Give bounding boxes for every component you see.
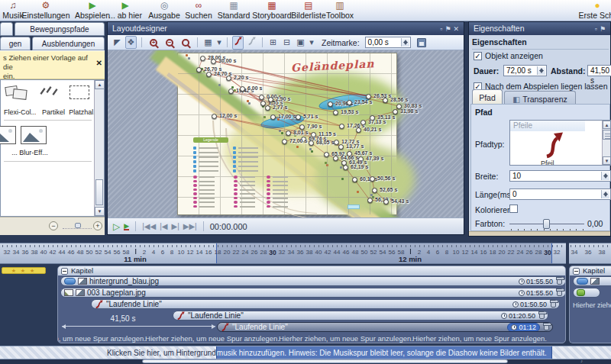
new-track-hint[interactable]: Hierher ziehen, um neue Spur anzulegen. <box>279 334 413 343</box>
abstand-input[interactable]: 41,50 s <box>587 65 611 76</box>
remove-timemark-icon[interactable]: ⊟ <box>281 37 293 48</box>
pfadtyp-selected-item[interactable]: Pfeile <box>510 121 585 131</box>
grid-icon[interactable]: ▦ <box>202 37 214 48</box>
path-waypoint[interactable]: 2,77 s <box>265 105 270 111</box>
scrollbar[interactable]: ▲ ▼ <box>94 80 104 216</box>
spinner[interactable] <box>601 172 609 180</box>
scroll-up-icon[interactable]: ▲ <box>95 80 105 89</box>
zoom-slider-track[interactable] <box>63 228 92 229</box>
path-waypoint[interactable]: 62,19 s <box>343 165 348 170</box>
path-waypoint[interactable]: 5,71 s <box>296 114 301 120</box>
collapse-icon[interactable] <box>61 268 68 275</box>
path-waypoint[interactable]: 20,96 s <box>328 101 333 107</box>
path-waypoint[interactable]: 65,92 s <box>324 152 329 157</box>
path-waypoint[interactable]: 17,00 s <box>270 114 276 120</box>
zoom-in-button[interactable]: + <box>93 221 102 230</box>
path-waypoint[interactable]: 7,90 s <box>299 124 305 130</box>
zoom-fit-icon[interactable] <box>182 39 189 47</box>
chevron-down-icon[interactable]: ▾ <box>216 37 222 48</box>
kapitel-header[interactable]: Kapitel <box>58 266 565 275</box>
path-waypoint[interactable]: 6,00 s <box>240 86 245 92</box>
close-icon[interactable]: ✕ <box>96 59 102 68</box>
path-waypoint[interactable]: 28,00 s <box>200 56 205 61</box>
timeline-clip-003-lageplan-jpg-1[interactable]: 003 Lageplan.jpg01:55.50 <box>60 288 566 298</box>
timeline-clip[interactable] <box>573 288 600 298</box>
zoom-out-icon[interactable]: − <box>166 39 173 47</box>
scroll-down-icon[interactable]: ▼ <box>603 156 611 165</box>
spinner[interactable] <box>601 190 609 198</box>
delete-icon[interactable] <box>539 313 545 319</box>
tab-stub[interactable] <box>0 22 13 36</box>
scroll-up-icon[interactable]: ▲ <box>603 121 611 129</box>
template-partikel[interactable] <box>37 83 66 106</box>
path-waypoint[interactable]: 17,26 s <box>339 124 344 129</box>
breite-input[interactable]: 10 <box>509 170 611 182</box>
horizontal-scrollbar[interactable] <box>0 359 611 364</box>
path-waypoint[interactable]: 40,21 s <box>356 127 361 133</box>
play-from-here-icon[interactable]: ▶ <box>124 223 129 230</box>
layoutdesigner-titlebar[interactable]: Layoutdesigner ▫⚑✕ <box>108 22 464 35</box>
step-last-icon[interactable]: ▶▶| <box>183 222 197 230</box>
timeline-clip[interactable] <box>573 276 611 286</box>
toolbar-button-erste-schritte[interactable]: ●Erste Schr <box>573 1 611 21</box>
path-waypoint[interactable]: 2,90 s <box>268 97 273 102</box>
new-track-hint[interactable]: Hierher ziehen, <box>573 301 611 309</box>
path-waypoint[interactable]: 28,56 s <box>383 98 388 103</box>
path-waypoint[interactable]: 68,05 s <box>309 140 314 146</box>
scroll-down-icon[interactable]: ▼ <box>95 207 105 216</box>
spinner[interactable] <box>401 38 409 47</box>
tab-einblendungen-partial[interactable]: gen <box>0 37 31 50</box>
path-waypoint[interactable]: 24,70 s <box>206 72 212 77</box>
rating-stars[interactable]: ★ ★ ★ <box>2 267 46 274</box>
timeline-clip-hintergrund-blau-jpg-0[interactable]: hintergrund_blau.jpg01:55.50 <box>60 276 566 286</box>
path-waypoint[interactable]: 50,56 s <box>370 176 375 182</box>
path-waypoint[interactable]: 1,55 s <box>260 101 266 106</box>
new-track-hint[interactable]: Hierher ziehen, um neue Spur anzulegen. <box>412 334 547 343</box>
tab-ausblendungen[interactable]: Ausblendungen <box>32 37 105 50</box>
path-waypoint[interactable]: 54,43 s <box>383 199 389 205</box>
path-waypoint[interactable]: 26,70 s <box>196 67 202 72</box>
path-waypoint[interactable]: 2,20 s <box>226 76 231 81</box>
edit-path-icon[interactable] <box>246 37 257 49</box>
pfadtyp-listbox[interactable]: Pfeile Pfeil... ▲ ▼ <box>509 120 611 166</box>
tab-bewegungspfade[interactable]: Bewegungspfade <box>15 22 105 36</box>
pfadtyp-next-item[interactable]: Pfeil... <box>541 159 560 166</box>
path-waypoint[interactable]: 52,65 s <box>372 188 377 193</box>
template-thumbnail[interactable] <box>21 126 47 144</box>
new-track-hint[interactable]: Hierher ziehen, um neue Spur anzulegen. <box>145 334 280 343</box>
node-tool-icon[interactable]: ❖ <box>125 36 137 49</box>
scrollbar[interactable]: ▲ ▼ <box>602 121 610 165</box>
scroll-thumb[interactable] <box>95 179 103 205</box>
zeitmarke-input[interactable]: 0,00 s <box>365 37 411 48</box>
delete-icon[interactable] <box>544 324 549 330</box>
toolbar-button-einstellungen[interactable]: ⚙Einstellungen <box>21 1 70 21</box>
close-icon[interactable]: ✕ <box>453 25 461 33</box>
kapitel-header[interactable]: Kapitel <box>570 266 611 275</box>
chevron-down-icon[interactable]: ▾ <box>309 37 315 48</box>
delete-icon[interactable] <box>557 279 562 285</box>
path-waypoint[interactable]: 56,19 s <box>367 198 373 203</box>
path-waypoint[interactable]: 64,66 s <box>333 156 338 161</box>
select-tool-icon[interactable]: ◤ <box>112 37 123 48</box>
timeline-clip-laufende-linie-2[interactable]: "Laufende Linie"01:50.50 <box>91 299 560 309</box>
add-timemark-icon[interactable]: ⊞ <box>267 37 279 48</box>
timeline-clip-laufende-linie-4[interactable]: "Laufende Linie"01:12 <box>217 322 553 332</box>
path-waypoint[interactable]: 8,01 s <box>286 130 291 136</box>
save-icon[interactable] <box>417 38 426 47</box>
timeline-clip-laufende-linie-3[interactable]: "Laufende Linie"01:20.50 <box>173 311 548 321</box>
checkbox-unchecked[interactable] <box>509 205 518 213</box>
laenge-input[interactable]: 0 <box>509 188 611 200</box>
step-prev-icon[interactable]: |◀ <box>160 222 167 230</box>
tab-pfad[interactable]: Pfad <box>472 89 503 105</box>
music-track[interactable]: Klicken Sie hier, um Hintergrundmusik hi… <box>0 346 611 359</box>
timeline-ruler[interactable]: 323436384042444648505254565811 min246810… <box>0 243 566 264</box>
frame-tool-icon[interactable]: ▣ <box>295 37 306 48</box>
path-waypoint[interactable]: 23,54 s <box>347 100 352 105</box>
path-waypoint[interactable]: 19,53 s <box>333 110 338 115</box>
checkbox-checked[interactable]: ✓ <box>474 52 482 60</box>
timeline-ruler-right[interactable]: 343638 <box>569 243 611 264</box>
design-canvas[interactable]: Geländeplan Legende 28,00 s30,00 s26,70 … <box>108 50 464 219</box>
spinner[interactable] <box>537 66 545 75</box>
path-waypoint[interactable]: 30,00 s <box>211 59 216 64</box>
delete-icon[interactable] <box>551 301 556 308</box>
